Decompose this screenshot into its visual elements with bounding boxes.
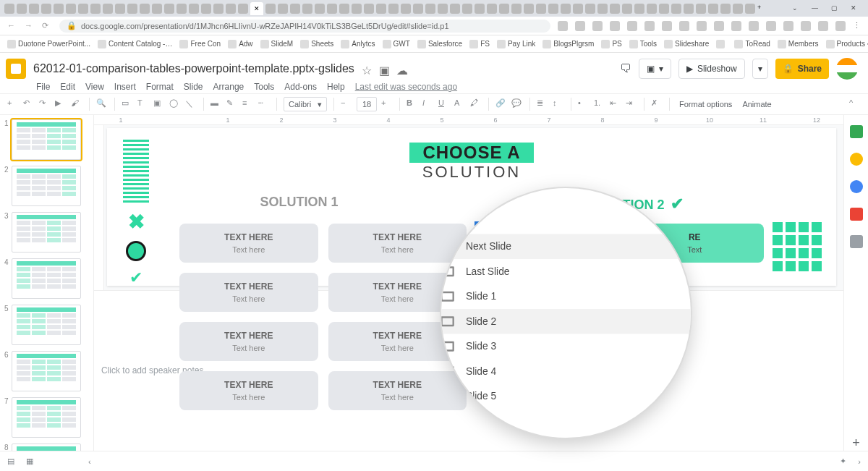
bookmark-item[interactable]: Content Catalog -… [98,40,172,48]
bookmark-item[interactable]: Members [778,40,819,48]
slide-thumb[interactable] [12,351,81,391]
new-slide-icon[interactable]: + [7,98,19,110]
reload-button[interactable] [42,21,52,31]
extension-icon[interactable] [835,21,846,31]
menu-slide[interactable]: Slide [184,82,203,92]
tab-icon[interactable] [561,4,571,14]
highlight-icon[interactable]: 🖍 [470,98,482,110]
menu-file[interactable]: File [36,82,50,92]
tab-icon[interactable] [66,4,76,14]
tab-icon[interactable] [536,4,546,14]
bookmark-item[interactable]: FS [469,40,490,48]
menu-edit[interactable]: Edit [60,82,75,92]
search-result-slide-3[interactable]: Slide 3 [441,334,691,359]
redo-icon[interactable]: ↷ [39,98,51,110]
extension-icon[interactable] [592,21,603,31]
tab-icon[interactable] [720,4,731,14]
sidepanel-toggle-icon[interactable]: › [858,457,861,466]
tab-icon[interactable] [238,4,248,14]
bookmark-item[interactable]: ToRead [734,40,770,48]
number-list-icon[interactable]: 1. [594,98,605,110]
extension-icon[interactable] [714,21,724,31]
maximize-icon[interactable]: ▢ [831,4,840,13]
slide-panel[interactable]: 1 2 3 4 5 6 7 8 [0,115,94,451]
search-result-last-slide[interactable]: Last Slide [441,259,691,284]
slide-thumb[interactable] [12,258,81,299]
grid-cell[interactable]: TEXT HEREText here [328,371,467,410]
tab-icon[interactable] [388,4,399,14]
menu-icon[interactable]: ⋮ [853,21,861,30]
tab-icon[interactable] [401,4,411,14]
tab-icon[interactable] [499,4,509,14]
bookmark-item[interactable]: SlideM [260,40,294,48]
star-icon[interactable] [362,64,372,74]
tasks-icon[interactable] [850,180,863,193]
tab-icon[interactable] [659,4,669,14]
collapse-panel-icon[interactable]: ‹ [88,457,91,466]
tab-icon[interactable] [127,4,137,14]
tab-icon[interactable] [622,4,632,14]
menu-format[interactable]: Format [146,82,174,92]
tab-icon[interactable] [487,4,497,14]
tab-icon[interactable] [438,4,448,14]
forward-button[interactable] [25,21,35,31]
tab-icon[interactable] [364,4,374,14]
tab-icon[interactable] [450,4,460,14]
calendar-icon[interactable] [850,125,863,138]
indent-less-icon[interactable]: ⇤ [610,98,621,110]
fill-color-icon[interactable]: ▬ [210,98,222,110]
tab-icon[interactable] [684,4,694,14]
line-spacing-icon[interactable]: ↕ [553,98,564,110]
minimize-icon[interactable]: — [812,4,820,13]
active-tab[interactable]: ✕ [250,2,263,15]
tab-icon[interactable] [671,4,681,14]
tab-icon[interactable] [201,4,211,14]
tab-icon[interactable] [140,4,150,14]
extension-icon[interactable] [749,21,759,31]
tab-icon[interactable] [708,4,718,14]
comments-icon[interactable]: 🗨 [620,62,631,75]
tab-icon[interactable] [90,4,101,14]
extension-icon[interactable] [558,21,568,31]
chevron-down-icon[interactable]: ⌄ [792,4,801,13]
tab-icon[interactable] [164,4,174,14]
tab-icon[interactable] [376,4,386,14]
tab-icon[interactable] [413,4,423,14]
tab-icon[interactable] [152,4,162,14]
tab-icon[interactable] [475,4,485,14]
slide-thumb[interactable] [12,119,81,160]
tab-icon[interactable] [511,4,522,14]
tab-icon[interactable] [647,4,657,14]
extension-icon[interactable] [644,21,655,31]
tab-icon[interactable] [597,4,608,14]
font-size-minus[interactable]: − [341,98,352,110]
present-button[interactable]: ▶Slideshow [678,59,745,79]
bookmark-item[interactable] [716,40,727,48]
bookmark-item[interactable]: GWT [383,40,410,48]
filmstrip-icon[interactable]: ▤ [7,457,14,466]
tab-icon[interactable] [745,4,755,14]
menu-arrange[interactable]: Arrange [213,82,244,92]
bookmark-item[interactable]: Duotone PowerPoint... [7,40,90,48]
underline-icon[interactable]: U [438,98,450,110]
zoom-icon[interactable]: 🔍 [96,98,108,110]
bookmark-item[interactable]: Free Con [179,40,221,48]
tab-icon[interactable] [573,4,583,14]
close-icon[interactable]: ✕ [851,4,859,13]
bookmark-item[interactable]: Slideshare [664,40,709,48]
grid-cell[interactable]: TEXT HEREText here [179,322,318,361]
grid-view-icon[interactable]: ▦ [26,457,33,466]
bookmark-item[interactable]: Sheets [300,40,333,48]
edit-status[interactable]: Last edit was seconds ago [355,82,457,92]
slide-title[interactable]: CHOOSE A SOLUTION [136,143,807,182]
back-button[interactable] [7,21,17,31]
comment-icon[interactable]: 💬 [511,98,523,110]
bookmark-item[interactable]: Adw [228,40,252,48]
font-size-plus[interactable]: + [381,98,393,110]
bookmark-item[interactable]: BlogsPlgrsm [542,40,594,48]
bookmark-item[interactable]: Pay Link [497,40,535,48]
italic-icon[interactable]: I [422,98,434,110]
slide-thumb[interactable] [12,444,81,451]
extension-icon[interactable] [766,21,776,31]
tab-icon[interactable] [265,4,276,14]
